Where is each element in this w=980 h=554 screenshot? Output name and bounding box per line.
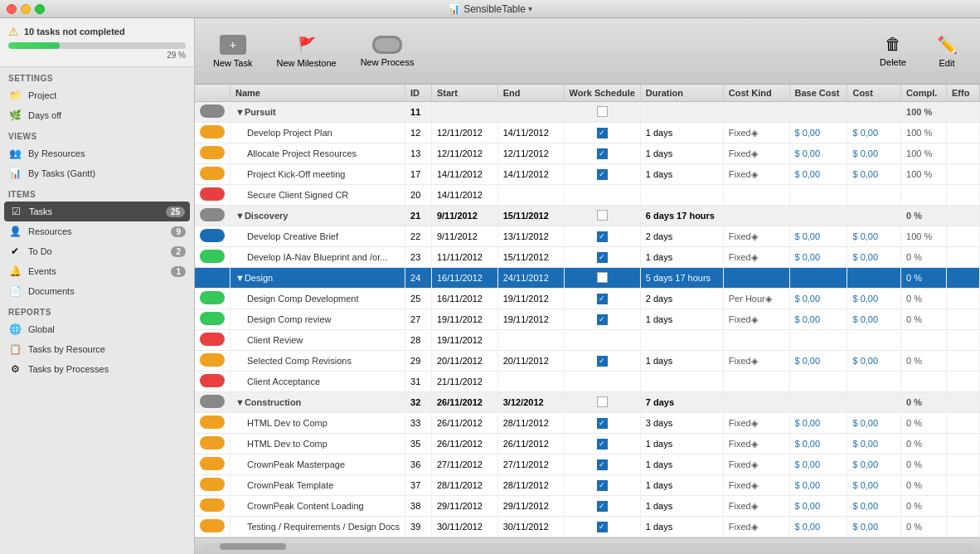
edit-button[interactable]: ✏️ Edit [922, 28, 972, 75]
maximize-button[interactable] [35, 4, 45, 14]
table-row[interactable]: Develop IA-Nav Blueprint and /or...2311/… [195, 247, 980, 268]
sidebar-item-by-tasks[interactable]: 📊 By Tasks (Gantt) [0, 163, 194, 183]
task-work-schedule[interactable]: ✓ [564, 123, 640, 143]
task-work-schedule[interactable]: ✓ [564, 413, 640, 434]
task-name[interactable]: Design Comp Development [230, 289, 405, 309]
task-name[interactable]: Client Acceptance [230, 372, 405, 392]
table-row[interactable]: Allocate Project Resources1312/11/201212… [195, 143, 980, 164]
task-name[interactable]: Develop Project Plan [230, 123, 405, 143]
new-process-button[interactable]: New Process [351, 29, 425, 74]
col-start[interactable]: Start [431, 85, 497, 102]
task-work-schedule[interactable] [564, 268, 640, 289]
table-row[interactable]: Selected Comp Revisions2920/11/201220/11… [195, 351, 980, 372]
delete-button[interactable]: 🗑 Delete [868, 28, 918, 75]
sidebar-item-documents[interactable]: 📄 Documents [0, 281, 194, 301]
task-name[interactable]: Develop IA-Nav Blueprint and /or... [230, 247, 405, 268]
table-row[interactable]: Client Review2819/11/2012 [195, 330, 980, 351]
task-work-schedule[interactable] [564, 102, 640, 123]
task-work-schedule[interactable]: ✓ [564, 289, 640, 309]
sidebar-item-tasks-by-resource[interactable]: 📋 Tasks by Resource [0, 339, 194, 359]
table-row[interactable]: CrownPeak Masterpage3627/11/201227/11/20… [195, 454, 980, 475]
task-name[interactable]: Design Comp review [230, 309, 405, 330]
col-basecost[interactable]: Base Cost [789, 85, 847, 102]
table-row[interactable]: CrownPeak Content Loading3829/11/201229/… [195, 496, 980, 517]
task-name[interactable]: ▼Design [230, 268, 405, 289]
col-compl[interactable]: Compl. [901, 85, 947, 102]
dropdown-arrow-icon[interactable]: ▾ [528, 4, 532, 13]
task-work-schedule[interactable] [564, 206, 640, 226]
task-work-schedule[interactable]: ✓ [564, 475, 640, 496]
task-work-schedule[interactable]: ✓ [564, 454, 640, 475]
col-end[interactable]: End [497, 85, 564, 102]
table-row[interactable]: ▼Construction3226/11/20123/12/20127 days… [195, 392, 980, 413]
task-work-schedule[interactable]: ✓ [564, 143, 640, 164]
sidebar-item-daysoff[interactable]: 🌿 Days off [0, 105, 194, 125]
table-row[interactable]: Project Kick-Off meeting1714/11/201214/1… [195, 164, 980, 185]
task-effort [947, 351, 980, 372]
task-name[interactable]: Selected Comp Revisions [230, 351, 405, 372]
table-row[interactable]: Develop Project Plan1212/11/201214/11/20… [195, 123, 980, 143]
col-id[interactable]: ID [405, 85, 432, 102]
col-work[interactable]: Work Schedule [564, 85, 640, 102]
task-name[interactable]: Allocate Project Resources [230, 143, 405, 164]
new-task-button[interactable]: + New Task [203, 28, 262, 75]
scrollbar-thumb[interactable] [220, 543, 286, 550]
task-name[interactable]: Testing / Requirements / Design Docs [230, 517, 405, 537]
horizontal-scrollbar[interactable] [203, 543, 972, 550]
task-work-schedule[interactable]: ✓ [564, 164, 640, 185]
task-work-schedule[interactable] [564, 372, 640, 392]
task-name[interactable]: CrownPeak Template [230, 475, 405, 496]
sidebar-item-tasks[interactable]: ☑ Tasks 25 [4, 202, 190, 221]
table-row[interactable]: ▼Discovery219/11/201215/11/20126 days 17… [195, 206, 980, 226]
table-container[interactable]: Name ID Start End Work Schedule Duration… [195, 85, 980, 537]
table-row[interactable]: HTML Dev to Comp3526/11/201226/11/2012✓1… [195, 434, 980, 454]
table-row[interactable]: HTML Dev to Comp3326/11/201228/11/2012✓3… [195, 413, 980, 434]
col-costkind[interactable]: Cost Kind [723, 85, 789, 102]
table-row[interactable]: ▼Design2416/11/201224/11/20125 days 17 h… [195, 268, 980, 289]
task-work-schedule[interactable] [564, 330, 640, 351]
new-milestone-button[interactable]: 🚩 New Milestone [266, 28, 346, 75]
task-name[interactable]: CrownPeak Content Loading [230, 496, 405, 517]
col-duration[interactable]: Duration [640, 85, 723, 102]
sidebar-item-project[interactable]: 📁 Project [0, 85, 194, 105]
sidebar-item-by-resources[interactable]: 👥 By Resources [0, 143, 194, 163]
table-row[interactable]: Design Comp review2719/11/201219/11/2012… [195, 309, 980, 330]
sidebar-item-tasks-by-processes[interactable]: ⚙ Tasks by Processes [0, 359, 194, 379]
sidebar-item-events[interactable]: 🔔 Events 1 [0, 261, 194, 281]
task-name[interactable]: HTML Dev to Comp [230, 413, 405, 434]
table-row[interactable]: Develop Creative Brief229/11/201213/11/2… [195, 226, 980, 247]
task-work-schedule[interactable]: ✓ [564, 247, 640, 268]
task-name[interactable]: Client Review [230, 330, 405, 351]
sidebar-item-todo[interactable]: ✔ To Do 2 [0, 241, 194, 261]
minimize-button[interactable] [21, 4, 31, 14]
table-row[interactable]: Client Acceptance3121/11/2012 [195, 372, 980, 392]
col-name[interactable]: Name [230, 85, 405, 102]
task-work-schedule[interactable]: ✓ [564, 434, 640, 454]
task-name[interactable]: CrownPeak Masterpage [230, 454, 405, 475]
task-name[interactable]: ▼Pursuit [230, 102, 405, 123]
task-name[interactable]: Secure Client Signed CR [230, 185, 405, 206]
task-work-schedule[interactable]: ✓ [564, 309, 640, 330]
sidebar-item-global[interactable]: 🌐 Global [0, 319, 194, 339]
task-work-schedule[interactable]: ✓ [564, 351, 640, 372]
table-row[interactable]: Secure Client Signed CR2014/11/2012 [195, 185, 980, 206]
table-row[interactable]: Testing / Requirements / Design Docs3930… [195, 517, 980, 537]
table-row[interactable]: ▼Pursuit11100 % [195, 102, 980, 123]
task-work-schedule[interactable] [564, 392, 640, 413]
task-name[interactable]: Develop Creative Brief [230, 226, 405, 247]
sidebar-item-resources[interactable]: 👤 Resources 9 [0, 221, 194, 241]
task-start: 19/11/2012 [431, 330, 497, 351]
task-work-schedule[interactable] [564, 185, 640, 206]
task-name[interactable]: ▼Construction [230, 392, 405, 413]
task-name[interactable]: ▼Discovery [230, 206, 405, 226]
task-name[interactable]: Project Kick-Off meeting [230, 164, 405, 185]
task-work-schedule[interactable]: ✓ [564, 517, 640, 537]
table-row[interactable]: Design Comp Development2516/11/201219/11… [195, 289, 980, 309]
task-work-schedule[interactable]: ✓ [564, 496, 640, 517]
col-effo[interactable]: Effo [947, 85, 980, 102]
table-row[interactable]: CrownPeak Template3728/11/201228/11/2012… [195, 475, 980, 496]
task-name[interactable]: HTML Dev to Comp [230, 434, 405, 454]
close-button[interactable] [7, 4, 17, 14]
task-work-schedule[interactable]: ✓ [564, 226, 640, 247]
col-cost[interactable]: Cost [847, 85, 901, 102]
